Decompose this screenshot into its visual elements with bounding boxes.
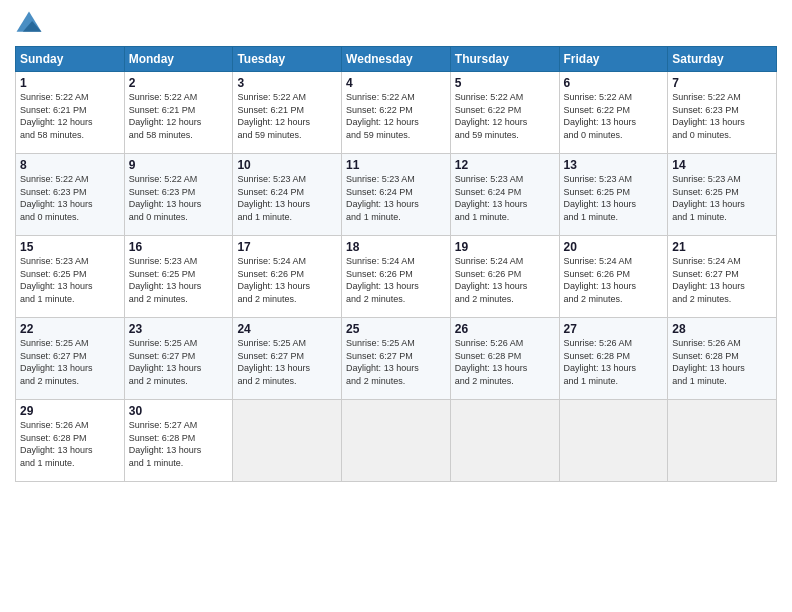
cell-info: Sunrise: 5:22 AM Sunset: 6:22 PM Dayligh… xyxy=(455,91,555,141)
calendar-cell: 11Sunrise: 5:23 AM Sunset: 6:24 PM Dayli… xyxy=(342,154,451,236)
day-number: 14 xyxy=(672,158,772,172)
cell-info: Sunrise: 5:22 AM Sunset: 6:23 PM Dayligh… xyxy=(20,173,120,223)
calendar-cell: 10Sunrise: 5:23 AM Sunset: 6:24 PM Dayli… xyxy=(233,154,342,236)
calendar-cell: 2Sunrise: 5:22 AM Sunset: 6:21 PM Daylig… xyxy=(124,72,233,154)
calendar-cell: 24Sunrise: 5:25 AM Sunset: 6:27 PM Dayli… xyxy=(233,318,342,400)
day-number: 22 xyxy=(20,322,120,336)
weekday-header-friday: Friday xyxy=(559,47,668,72)
calendar-cell: 12Sunrise: 5:23 AM Sunset: 6:24 PM Dayli… xyxy=(450,154,559,236)
day-number: 21 xyxy=(672,240,772,254)
day-number: 25 xyxy=(346,322,446,336)
calendar-cell: 5Sunrise: 5:22 AM Sunset: 6:22 PM Daylig… xyxy=(450,72,559,154)
cell-info: Sunrise: 5:22 AM Sunset: 6:23 PM Dayligh… xyxy=(129,173,229,223)
calendar-cell: 29Sunrise: 5:26 AM Sunset: 6:28 PM Dayli… xyxy=(16,400,125,482)
week-row-4: 22Sunrise: 5:25 AM Sunset: 6:27 PM Dayli… xyxy=(16,318,777,400)
calendar-cell: 26Sunrise: 5:26 AM Sunset: 6:28 PM Dayli… xyxy=(450,318,559,400)
calendar-page: SundayMondayTuesdayWednesdayThursdayFrid… xyxy=(0,0,792,612)
calendar-cell: 30Sunrise: 5:27 AM Sunset: 6:28 PM Dayli… xyxy=(124,400,233,482)
cell-info: Sunrise: 5:26 AM Sunset: 6:28 PM Dayligh… xyxy=(20,419,120,469)
day-number: 3 xyxy=(237,76,337,90)
cell-info: Sunrise: 5:23 AM Sunset: 6:25 PM Dayligh… xyxy=(20,255,120,305)
calendar-cell xyxy=(668,400,777,482)
cell-info: Sunrise: 5:22 AM Sunset: 6:22 PM Dayligh… xyxy=(564,91,664,141)
day-number: 9 xyxy=(129,158,229,172)
calendar-table: SundayMondayTuesdayWednesdayThursdayFrid… xyxy=(15,46,777,482)
day-number: 12 xyxy=(455,158,555,172)
day-number: 24 xyxy=(237,322,337,336)
calendar-cell: 4Sunrise: 5:22 AM Sunset: 6:22 PM Daylig… xyxy=(342,72,451,154)
calendar-cell: 28Sunrise: 5:26 AM Sunset: 6:28 PM Dayli… xyxy=(668,318,777,400)
calendar-cell: 20Sunrise: 5:24 AM Sunset: 6:26 PM Dayli… xyxy=(559,236,668,318)
logo xyxy=(15,10,47,38)
day-number: 4 xyxy=(346,76,446,90)
day-number: 17 xyxy=(237,240,337,254)
day-number: 26 xyxy=(455,322,555,336)
weekday-header-saturday: Saturday xyxy=(668,47,777,72)
calendar-cell: 27Sunrise: 5:26 AM Sunset: 6:28 PM Dayli… xyxy=(559,318,668,400)
cell-info: Sunrise: 5:26 AM Sunset: 6:28 PM Dayligh… xyxy=(672,337,772,387)
cell-info: Sunrise: 5:23 AM Sunset: 6:25 PM Dayligh… xyxy=(672,173,772,223)
calendar-cell xyxy=(450,400,559,482)
day-number: 13 xyxy=(564,158,664,172)
weekday-header-thursday: Thursday xyxy=(450,47,559,72)
day-number: 6 xyxy=(564,76,664,90)
day-number: 28 xyxy=(672,322,772,336)
calendar-cell: 9Sunrise: 5:22 AM Sunset: 6:23 PM Daylig… xyxy=(124,154,233,236)
cell-info: Sunrise: 5:25 AM Sunset: 6:27 PM Dayligh… xyxy=(346,337,446,387)
calendar-cell: 19Sunrise: 5:24 AM Sunset: 6:26 PM Dayli… xyxy=(450,236,559,318)
week-row-3: 15Sunrise: 5:23 AM Sunset: 6:25 PM Dayli… xyxy=(16,236,777,318)
calendar-cell xyxy=(342,400,451,482)
calendar-cell: 13Sunrise: 5:23 AM Sunset: 6:25 PM Dayli… xyxy=(559,154,668,236)
calendar-cell: 17Sunrise: 5:24 AM Sunset: 6:26 PM Dayli… xyxy=(233,236,342,318)
calendar-cell: 3Sunrise: 5:22 AM Sunset: 6:21 PM Daylig… xyxy=(233,72,342,154)
calendar-cell: 8Sunrise: 5:22 AM Sunset: 6:23 PM Daylig… xyxy=(16,154,125,236)
day-number: 19 xyxy=(455,240,555,254)
weekday-header-sunday: Sunday xyxy=(16,47,125,72)
weekday-header-row: SundayMondayTuesdayWednesdayThursdayFrid… xyxy=(16,47,777,72)
calendar-cell: 23Sunrise: 5:25 AM Sunset: 6:27 PM Dayli… xyxy=(124,318,233,400)
day-number: 7 xyxy=(672,76,772,90)
cell-info: Sunrise: 5:22 AM Sunset: 6:21 PM Dayligh… xyxy=(237,91,337,141)
day-number: 29 xyxy=(20,404,120,418)
cell-info: Sunrise: 5:27 AM Sunset: 6:28 PM Dayligh… xyxy=(129,419,229,469)
cell-info: Sunrise: 5:23 AM Sunset: 6:25 PM Dayligh… xyxy=(129,255,229,305)
weekday-header-tuesday: Tuesday xyxy=(233,47,342,72)
cell-info: Sunrise: 5:23 AM Sunset: 6:24 PM Dayligh… xyxy=(237,173,337,223)
calendar-cell xyxy=(559,400,668,482)
cell-info: Sunrise: 5:22 AM Sunset: 6:21 PM Dayligh… xyxy=(20,91,120,141)
calendar-cell: 16Sunrise: 5:23 AM Sunset: 6:25 PM Dayli… xyxy=(124,236,233,318)
cell-info: Sunrise: 5:22 AM Sunset: 6:22 PM Dayligh… xyxy=(346,91,446,141)
day-number: 27 xyxy=(564,322,664,336)
day-number: 23 xyxy=(129,322,229,336)
cell-info: Sunrise: 5:23 AM Sunset: 6:25 PM Dayligh… xyxy=(564,173,664,223)
day-number: 10 xyxy=(237,158,337,172)
cell-info: Sunrise: 5:26 AM Sunset: 6:28 PM Dayligh… xyxy=(564,337,664,387)
weekday-header-wednesday: Wednesday xyxy=(342,47,451,72)
cell-info: Sunrise: 5:24 AM Sunset: 6:26 PM Dayligh… xyxy=(346,255,446,305)
cell-info: Sunrise: 5:24 AM Sunset: 6:26 PM Dayligh… xyxy=(455,255,555,305)
calendar-cell: 21Sunrise: 5:24 AM Sunset: 6:27 PM Dayli… xyxy=(668,236,777,318)
calendar-cell: 6Sunrise: 5:22 AM Sunset: 6:22 PM Daylig… xyxy=(559,72,668,154)
cell-info: Sunrise: 5:25 AM Sunset: 6:27 PM Dayligh… xyxy=(237,337,337,387)
cell-info: Sunrise: 5:23 AM Sunset: 6:24 PM Dayligh… xyxy=(346,173,446,223)
logo-icon xyxy=(15,10,43,38)
day-number: 8 xyxy=(20,158,120,172)
week-row-2: 8Sunrise: 5:22 AM Sunset: 6:23 PM Daylig… xyxy=(16,154,777,236)
cell-info: Sunrise: 5:25 AM Sunset: 6:27 PM Dayligh… xyxy=(20,337,120,387)
calendar-cell xyxy=(233,400,342,482)
calendar-cell: 14Sunrise: 5:23 AM Sunset: 6:25 PM Dayli… xyxy=(668,154,777,236)
day-number: 30 xyxy=(129,404,229,418)
weekday-header-monday: Monday xyxy=(124,47,233,72)
header xyxy=(15,10,777,38)
cell-info: Sunrise: 5:24 AM Sunset: 6:26 PM Dayligh… xyxy=(237,255,337,305)
calendar-cell: 15Sunrise: 5:23 AM Sunset: 6:25 PM Dayli… xyxy=(16,236,125,318)
week-row-5: 29Sunrise: 5:26 AM Sunset: 6:28 PM Dayli… xyxy=(16,400,777,482)
day-number: 5 xyxy=(455,76,555,90)
cell-info: Sunrise: 5:24 AM Sunset: 6:26 PM Dayligh… xyxy=(564,255,664,305)
day-number: 11 xyxy=(346,158,446,172)
week-row-1: 1Sunrise: 5:22 AM Sunset: 6:21 PM Daylig… xyxy=(16,72,777,154)
cell-info: Sunrise: 5:25 AM Sunset: 6:27 PM Dayligh… xyxy=(129,337,229,387)
cell-info: Sunrise: 5:23 AM Sunset: 6:24 PM Dayligh… xyxy=(455,173,555,223)
calendar-cell: 1Sunrise: 5:22 AM Sunset: 6:21 PM Daylig… xyxy=(16,72,125,154)
calendar-cell: 7Sunrise: 5:22 AM Sunset: 6:23 PM Daylig… xyxy=(668,72,777,154)
